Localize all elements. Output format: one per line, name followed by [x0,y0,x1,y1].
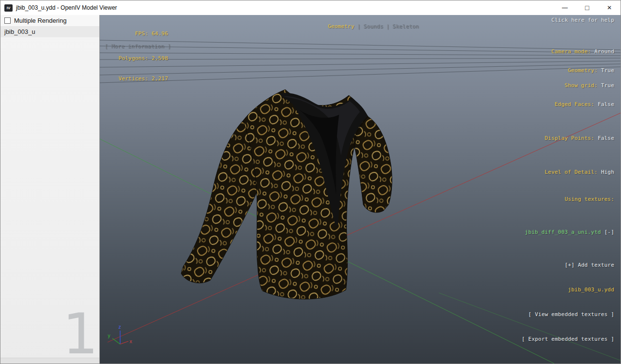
multiple-rendering-checkbox[interactable] [4,17,11,24]
model-file-name: jbib_003_u.ydd [492,286,614,294]
tab-separator-icon: | [386,23,389,30]
tab-skeleton[interactable]: Skeleton [392,23,419,30]
texture-row: jbib_diff_003_a_uni.ytd[-] [492,220,614,244]
main-content: Multiple Rendering jbib_003_u 1 [0,15,621,364]
window-title: jbib_003_u.ydd - OpenIV Model Viewer [16,4,117,11]
help-link[interactable]: Click here for help [551,17,614,23]
remove-texture-button[interactable]: [-] [605,229,614,235]
multiple-rendering-row[interactable]: Multiple Rendering [0,15,99,26]
jacket-left-sleeve [181,121,257,283]
page-number-watermark: 1 [62,311,98,357]
model-viewport[interactable]: z y x FPS: 64.96 Polygons: 2,598 Vertice… [100,15,621,364]
render-flags: Geometry:True Edged Faces:False Display … [512,47,614,196]
openiv-logo-icon: IV [4,4,13,12]
display-points-label: Display Points: [545,135,594,141]
geometry-flag-value: True [601,67,614,74]
vertices-stat: Vertices: 2,217 [104,76,168,82]
textures-panel: Using textures: jbib_diff_003_a_uni.ytd[… [492,179,614,360]
axis-x-label: x [129,339,132,344]
tab-geometry[interactable]: Geometry [328,23,355,30]
app-window: IV jbib_003_u.ydd - OpenIV Model Viewer … [0,0,621,364]
level-of-detail-value: High [601,169,614,175]
edged-faces-label: Edged Faces: [555,101,594,107]
polygons-stat: Polygons: 2,598 [104,55,168,62]
geometry-flag-label: Geometry: [568,67,597,74]
maximize-button[interactable]: □ [576,0,598,15]
sidebar-scrollbar[interactable] [0,358,99,364]
export-embedded-textures-button[interactable]: [ Export embedded textures ] [492,335,614,343]
model-list-item[interactable]: jbib_003_u [0,26,99,37]
using-textures-heading: Using textures: [492,195,614,203]
edged-faces-value: False [598,101,614,107]
tab-separator-icon: | [357,23,361,30]
display-points-value: False [598,135,614,141]
close-button[interactable]: ✕ [598,0,621,15]
geometry-flag-row: Geometry:True [512,61,614,81]
view-embedded-textures-button[interactable]: [ View embedded textures ] [492,310,614,318]
titlebar[interactable]: IV jbib_003_u.ydd - OpenIV Model Viewer … [0,0,621,15]
axis-z-label: z [118,324,121,330]
window-controls: — □ ✕ [554,0,621,15]
edged-faces-row: Edged Faces:False [512,94,614,115]
level-of-detail-label: Level of Detail: [545,169,598,175]
texture-name: jbib_diff_003_a_uni.ytd [525,229,601,235]
add-texture-button[interactable]: [+] Add texture [492,261,614,269]
multiple-rendering-label: Multiple Rendering [14,17,66,24]
axis-indicator: z y x [108,324,132,344]
axis-y-label: y [108,333,110,338]
display-points-row: Display Points:False [512,128,614,149]
model-list-sidebar: Multiple Rendering jbib_003_u 1 [0,15,100,364]
more-information-button[interactable]: [ More information ] [105,43,171,49]
tab-sounds[interactable]: Sounds [363,23,383,30]
minimize-button[interactable]: — [554,0,576,15]
